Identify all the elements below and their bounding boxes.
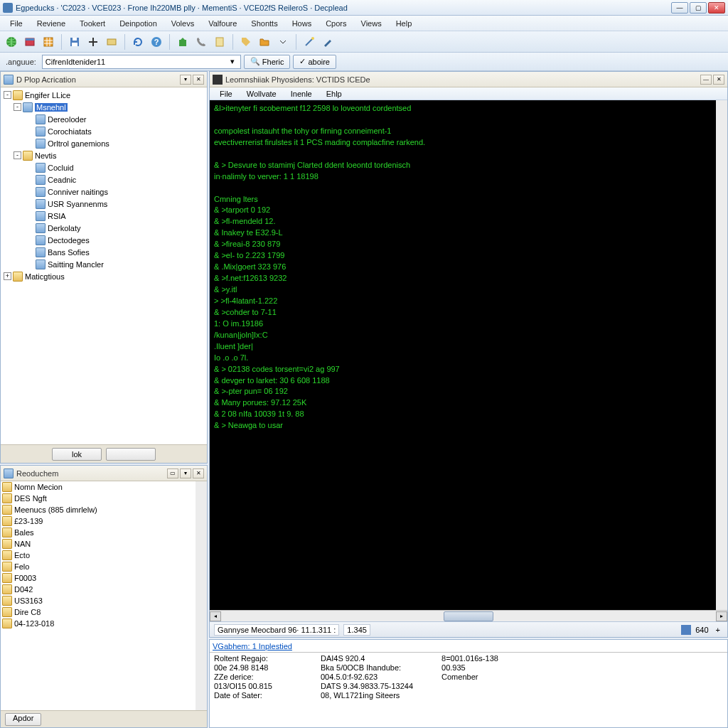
menu-tookert[interactable]: Tookert [73,18,112,29]
info-val: 00.935 [441,663,466,672]
tag-icon[interactable] [237,33,255,50]
menu-file[interactable]: File [3,18,30,29]
list-item[interactable]: DES Ngft [1,493,196,504]
term-menu-inenle[interactable]: Inenle [284,89,319,99]
tree-btn-2[interactable] [106,448,156,461]
list-item[interactable]: 04-123-018 [1,618,196,629]
card-icon[interactable] [103,33,120,50]
scroll-left-button[interactable]: ◂ [210,611,221,621]
term-menu-ehlp[interactable]: Ehlp [319,89,349,99]
panel-close-button[interactable]: ✕ [713,75,724,85]
list-item[interactable]: Meenucs (885 dimrlelw) [1,504,196,515]
minimize-button[interactable]: — [671,2,688,14]
panel-menu-button[interactable]: ▾ [180,75,191,85]
refresh-icon[interactable] [129,33,146,50]
terminal-output[interactable]: &l>itenyter fi scobement f12 2598 lo lov… [210,100,716,610]
dropdown-icon[interactable] [274,33,291,50]
tree-item[interactable]: Ceadnic [2,173,205,186]
tree-item[interactable]: RSIA [2,210,205,222]
panel-pin-button[interactable]: ▭ [167,469,178,478]
address-input[interactable] [46,58,228,66]
list-item[interactable]: Ecto [1,550,196,561]
expand-icon[interactable]: - [4,91,11,99]
tree-item[interactable]: -Nevtis [2,149,205,161]
tree-item[interactable]: Saitting Mancler [2,258,205,270]
tree-item[interactable]: -Engifer LLice [2,89,205,101]
tree-node-icon [23,151,33,161]
list-item[interactable]: US3163 [1,595,196,606]
maximize-button[interactable]: ▢ [690,2,707,14]
expand-icon[interactable]: + [4,272,11,280]
tree-item[interactable]: USR Syannenms [2,198,205,210]
tree-item[interactable]: Corochiatats [2,125,205,137]
list-item[interactable]: F0003 [1,572,196,584]
tree-item[interactable]: -Msnehnl [2,101,205,113]
globe-icon[interactable] [3,33,20,50]
tree-item[interactable]: Derkolaty [2,222,205,234]
tree-btn-1[interactable]: lok [52,448,102,461]
tree-item[interactable]: Dereoloder [2,113,205,125]
aboire-button[interactable]: ✓aboire [293,55,336,69]
panel-close-button[interactable]: ✕ [193,469,204,478]
project-tree[interactable]: -Engifer LLice-MsnehnlDereoloderCorochia… [1,87,207,444]
expand-icon[interactable]: - [14,151,21,159]
term-menu-file[interactable]: File [213,89,240,99]
menu-shontts[interactable]: Shontts [244,18,284,29]
wand-icon[interactable] [301,33,318,50]
table-icon[interactable] [40,33,57,50]
terminal-line: in·nalimly to verver: 1 1 18198 [214,171,712,183]
tree-item[interactable]: Orltrol ganemions [2,137,205,149]
note-icon[interactable] [211,33,228,50]
tree-item[interactable]: +Maticgtious [2,270,205,282]
menu-help[interactable]: Help [389,18,419,29]
list-item[interactable]: Dire C8 [1,606,196,618]
file-label: US3163 [14,596,43,605]
close-button[interactable]: ✕ [708,2,725,14]
phone-icon[interactable] [193,33,210,50]
scrollbar-v[interactable] [716,100,727,610]
menu-volevs[interactable]: Volevs [164,18,201,29]
term-menu-wollvate[interactable]: Wollvate [240,89,284,99]
tree-item[interactable]: Dectodeges [2,234,205,246]
add-icon[interactable]: + [713,626,723,634]
add-icon[interactable] [85,33,102,50]
menu-deinpotion[interactable]: Deinpotion [112,18,164,29]
folder-icon[interactable] [256,33,273,50]
list-item[interactable]: £23-139 [1,515,196,527]
scrollbar-v[interactable] [196,481,207,710]
window-icon[interactable] [21,33,38,50]
help-icon[interactable]: ? [148,33,165,50]
menu-valfoure[interactable]: Valfoure [201,18,244,29]
marker-icon[interactable] [319,33,336,50]
export-icon[interactable] [174,33,191,50]
list-item[interactable]: NAN [1,538,196,550]
tree-item-label: Dereoloder [48,115,86,124]
list-item[interactable]: Nomn Mecion [1,481,196,493]
chevron-down-icon[interactable]: ▾ [228,57,237,67]
scroll-right-button[interactable]: ▸ [716,611,727,621]
menu-views[interactable]: Views [354,18,389,29]
menu-reviene[interactable]: Reviene [30,18,73,29]
terminal-line: & >f.net:f12613 9232 [214,273,712,284]
address-combo[interactable]: ▾ [42,55,241,69]
file-list[interactable]: Nomn MecionDES NgftMeenucs (885 dimrlelw… [1,481,196,710]
menu-cpors[interactable]: Cpors [318,18,353,29]
scroll-thumb[interactable] [444,611,493,621]
list-item[interactable]: Bales [1,527,196,538]
scrollbar-h[interactable]: ◂ ▸ [210,610,727,621]
menu-hows[interactable]: Hows [285,18,319,29]
save-icon[interactable] [66,33,83,50]
fheric-button[interactable]: 🔍Fheric [244,55,291,69]
panel-menu-button[interactable]: ▾ [180,469,191,478]
expand-icon[interactable]: - [14,103,21,111]
apdor-button[interactable]: Apdor [5,713,41,726]
panel-min-button[interactable]: — [700,75,712,85]
list-item[interactable]: Felo [1,561,196,572]
tree-item[interactable]: Bans Sofies [2,246,205,258]
info-header-link[interactable]: VGabhem: 1 Inplestied [213,642,292,651]
tree-item[interactable]: Conniver naitings [2,186,205,198]
terminal-line: 1: O im.19186 [214,318,712,330]
tree-item[interactable]: Cocluid [2,161,205,173]
list-item[interactable]: D042 [1,584,196,595]
panel-close-button[interactable]: ✕ [193,75,204,85]
